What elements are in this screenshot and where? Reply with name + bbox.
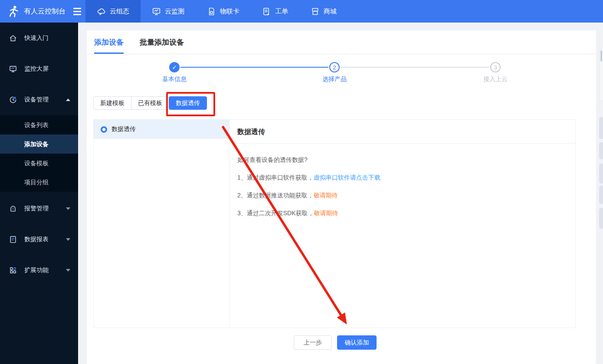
sim-card-icon bbox=[207, 7, 216, 16]
work-order-icon bbox=[262, 7, 271, 16]
detail-line: 2、通过数据推送功能获取，敬请期待 bbox=[237, 192, 567, 200]
sidebar-subitem-project-group[interactable]: 项目分组 bbox=[0, 173, 78, 192]
main-content-card: 添加设备 批量添加设备 ✓ 基本信息 2 选择产品 3 接入上云 新建模板 已有… bbox=[87, 30, 596, 364]
floating-widget-button[interactable] bbox=[599, 164, 603, 184]
line-text: 3、通过二次开发SDK获取， bbox=[237, 210, 314, 216]
scrollbar-thumb[interactable] bbox=[600, 50, 602, 62]
detail-title: 数据透传 bbox=[229, 120, 575, 144]
hamburger-menu-icon[interactable] bbox=[73, 8, 81, 15]
report-icon bbox=[9, 235, 17, 244]
chevron-down-icon bbox=[66, 269, 70, 272]
previous-step-button[interactable]: 上一步 bbox=[294, 335, 332, 350]
option-list-panel: 数据透传 bbox=[94, 120, 229, 328]
template-tab-new[interactable]: 新建模板 bbox=[93, 96, 131, 110]
nav-item-label: 云组态 bbox=[110, 7, 129, 16]
usr-runner-logo-icon bbox=[7, 5, 20, 18]
template-tab-existing[interactable]: 已有模板 bbox=[131, 96, 169, 110]
list-item-label: 数据透传 bbox=[111, 125, 136, 133]
step-number: 3 bbox=[490, 62, 501, 72]
template-tab-passthrough[interactable]: 数据透传 bbox=[169, 96, 207, 110]
dashboard-screen-icon bbox=[9, 65, 17, 73]
nav-item-label: 工单 bbox=[275, 7, 288, 16]
template-type-group: 新建模板 已有模板 数据透传 bbox=[93, 96, 207, 110]
nav-item-label: 物联卡 bbox=[220, 7, 239, 16]
nav-item-cloud-scada[interactable]: 云组态 bbox=[85, 0, 141, 23]
nav-item-cloud-monitor[interactable]: 云监测 bbox=[141, 0, 196, 23]
chevron-down-icon bbox=[66, 238, 70, 241]
line-text: 1、通过虚拟串口软件获取， bbox=[237, 174, 314, 181]
floating-widget-panel[interactable] bbox=[599, 49, 603, 101]
passthrough-panel: 数据透传 数据透传 如何查看设备的透传数据? 1、通过虚拟串口软件获取，虚拟串口… bbox=[93, 119, 576, 328]
radio-selected-icon[interactable] bbox=[101, 126, 107, 133]
sidebar-subitem-device-list[interactable]: 设备列表 bbox=[0, 115, 78, 134]
detail-line: 3、通过二次开发SDK获取，敬请期待 bbox=[237, 210, 567, 217]
nav-item-work-order[interactable]: 工单 bbox=[251, 0, 299, 23]
sidebar-item-label: 数据报表 bbox=[24, 236, 59, 243]
floating-widget-button[interactable] bbox=[599, 208, 603, 229]
step-select-product: 2 选择产品 bbox=[304, 62, 365, 83]
home-icon bbox=[9, 34, 17, 43]
list-item-passthrough[interactable]: 数据透传 bbox=[94, 120, 229, 139]
nav-item-label: 云监测 bbox=[165, 7, 184, 16]
sidebar-item-label: 扩展功能 bbox=[24, 266, 59, 274]
sidebar-item-label: 设备管理 bbox=[24, 96, 59, 104]
brand-area: 有人云控制台 bbox=[0, 0, 78, 23]
nav-item-shop[interactable]: 商城 bbox=[299, 0, 348, 23]
step-number: 2 bbox=[329, 62, 340, 72]
tab-add-device[interactable]: 添加设备 bbox=[94, 30, 124, 54]
sidebar-item-quick-start[interactable]: 快速入门 bbox=[0, 26, 78, 49]
cloud-monitor-icon bbox=[152, 7, 161, 16]
sidebar-item-label: 监控大屏 bbox=[24, 65, 70, 73]
floating-widget-button[interactable] bbox=[599, 117, 603, 139]
device-manage-icon bbox=[9, 95, 17, 104]
sidebar-item-device-manage[interactable]: 设备管理 bbox=[0, 88, 78, 111]
device-manage-submenu: 设备列表 添加设备 设备模板 项目分组 bbox=[0, 115, 78, 192]
sidebar-item-monitor-screen[interactable]: 监控大屏 bbox=[0, 57, 78, 80]
coming-soon-label: 敬请期待 bbox=[314, 192, 338, 199]
step-connect-cloud: 3 接入上云 bbox=[465, 62, 526, 83]
floating-widget-button[interactable] bbox=[599, 186, 603, 204]
chevron-down-icon bbox=[66, 207, 70, 210]
shop-icon bbox=[311, 7, 320, 16]
page-tabs: 添加设备 批量添加设备 bbox=[87, 30, 596, 54]
download-virtual-serial-link[interactable]: 虚拟串口软件请点击下载 bbox=[314, 174, 380, 181]
detail-panel: 数据透传 如何查看设备的透传数据? 1、通过虚拟串口软件获取，虚拟串口软件请点击… bbox=[229, 120, 575, 328]
sidebar-item-label: 快速入门 bbox=[24, 34, 70, 42]
top-navigation-bar: 有人云控制台 云组态 云监测 物联卡 bbox=[0, 0, 603, 23]
check-icon: ✓ bbox=[169, 62, 180, 72]
tab-batch-add-device[interactable]: 批量添加设备 bbox=[140, 30, 184, 54]
app-title: 有人云控制台 bbox=[24, 7, 66, 16]
nav-item-label: 商城 bbox=[324, 7, 337, 16]
sidebar-item-label: 报警管理 bbox=[24, 205, 59, 213]
step-basic-info: ✓ 基本信息 bbox=[144, 62, 205, 83]
step-label: 基本信息 bbox=[144, 75, 205, 83]
nav-item-sim-card[interactable]: 物联卡 bbox=[196, 0, 251, 23]
apps-icon bbox=[9, 266, 17, 275]
cloud-scada-icon bbox=[97, 7, 106, 16]
chevron-up-icon bbox=[66, 98, 70, 101]
sidebar-subitem-add-device[interactable]: 添加设备 bbox=[0, 134, 78, 154]
sidebar-item-data-report[interactable]: 数据报表 bbox=[0, 228, 78, 251]
confirm-add-button[interactable]: 确认添加 bbox=[337, 335, 377, 350]
sidebar: 快速入门 监控大屏 设备管理 设备列表 添加设备 设备模板 项目分组 报警管理 bbox=[0, 23, 78, 364]
step-label: 选择产品 bbox=[304, 75, 365, 83]
sidebar-item-extensions[interactable]: 扩展功能 bbox=[0, 259, 78, 282]
top-nav-items: 云组态 云监测 物联卡 工单 bbox=[85, 0, 348, 23]
sidebar-subitem-device-template[interactable]: 设备模板 bbox=[0, 154, 78, 173]
detail-body: 如何查看设备的透传数据? 1、通过虚拟串口软件获取，虚拟串口软件请点击下载 2、… bbox=[229, 144, 575, 217]
line-text: 2、通过数据推送功能获取， bbox=[237, 192, 314, 199]
floating-widget-button[interactable] bbox=[599, 142, 603, 159]
step-label: 接入上云 bbox=[465, 75, 526, 83]
coming-soon-label: 敬请期待 bbox=[314, 210, 338, 216]
detail-question: 如何查看设备的透传数据? bbox=[237, 156, 567, 164]
detail-line: 1、通过虚拟串口软件获取，虚拟串口软件请点击下载 bbox=[237, 174, 567, 182]
sidebar-item-alarm-manage[interactable]: 报警管理 bbox=[0, 197, 78, 220]
alarm-icon bbox=[9, 204, 17, 213]
